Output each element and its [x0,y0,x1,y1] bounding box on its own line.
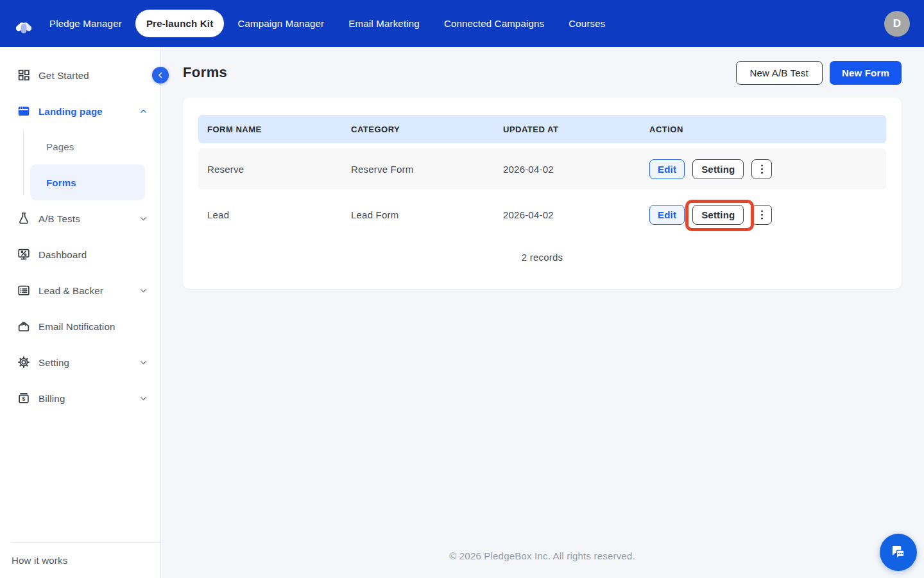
chat-widget-button[interactable] [880,534,917,571]
chevron-up-icon [139,107,148,116]
sidebar-item-label: Email Notification [38,321,115,332]
new-ab-test-button[interactable]: New A/B Test [736,61,823,85]
sidebar-item-email-notification[interactable]: Email Notification [0,308,160,344]
gear-icon [17,355,31,369]
chevron-down-icon [139,286,148,295]
sidebar-item-landing-page[interactable]: Landing page [0,93,160,129]
sidebar-item-label: Setting [38,357,69,368]
sidebar-item-billing[interactable]: $ Billing [0,380,160,416]
cell-updated-at: 2026-04-02 [494,164,640,175]
chevron-down-icon [139,358,148,367]
cell-category: Lead Form [342,209,494,220]
collapse-sidebar-button[interactable] [152,67,169,83]
sidebar-item-label: Get Started [38,70,89,81]
sidebar-item-pages[interactable]: Pages [0,129,160,164]
window-icon [17,104,31,118]
top-navigation: Pledge Manager Pre-launch Kit Campaign M… [0,0,924,47]
grid-icon [17,68,31,82]
cell-form-name: Reserve [198,164,342,175]
sidebar-subitem-label: Pages [46,141,74,152]
sidebar-item-label: A/B Tests [38,213,80,224]
chevron-down-icon [139,394,148,403]
cell-actions: Edit Setting [640,159,886,179]
reserve-row-edit-button[interactable]: Edit [649,159,685,179]
reserve-row-setting-button[interactable]: Setting [692,159,744,179]
page-title: Forms [183,64,227,81]
sidebar-item-lead-backer[interactable]: Lead & Backer [0,272,160,308]
nav-item-campaign-manager[interactable]: Campaign Manager [237,18,324,29]
sidebar-item-get-started[interactable]: Get Started [0,57,160,93]
page-header: Forms New A/B Test New Form [183,60,902,85]
copyright-footer: © 2026 PledgeBox Inc. All rights reserve… [183,550,902,578]
records-count: 2 records [198,252,886,263]
sidebar-item-setting[interactable]: Setting [0,344,160,380]
reserve-row-more-button[interactable] [751,159,772,179]
table-header-row: FORM NAME CATEGORY UPDATED AT ACTION [198,115,886,143]
user-avatar[interactable]: D [884,11,910,37]
kebab-menu-icon [760,164,764,174]
chat-bubbles-icon [888,542,909,563]
landing-page-submenu: Pages Forms [0,129,160,200]
flask-icon [17,211,31,225]
forms-table-card: FORM NAME CATEGORY UPDATED AT ACTION Res… [183,98,902,289]
table-row-lead: Lead Lead Form 2026-04-02 Edit Setting [198,194,886,235]
chevron-down-icon [139,215,148,223]
column-header-form-name: FORM NAME [198,125,342,134]
how-it-works-link[interactable]: How it works [12,555,67,566]
sidebar-subitem-label: Forms [46,177,76,188]
sidebar-item-dashboard[interactable]: Dashboard [0,236,160,272]
nav-item-pledge-manager[interactable]: Pledge Manager [49,18,122,29]
email-icon [17,319,31,333]
new-form-button[interactable]: New Form [830,61,902,85]
sidebar-item-forms[interactable]: Forms [30,164,145,200]
nav-item-connected-campaigns[interactable]: Connected Campaigns [444,18,544,29]
top-nav-items: Pledge Manager Pre-launch Kit Campaign M… [49,10,606,37]
sidebar: Get Started Landing page Pages [0,47,160,578]
nav-item-email-marketing[interactable]: Email Marketing [348,18,420,29]
chevron-left-icon [156,71,165,80]
sidebar-item-label: Dashboard [38,249,87,260]
lead-row-edit-button[interactable]: Edit [649,205,685,225]
nav-item-pre-launch-kit[interactable]: Pre-launch Kit [135,10,224,37]
dashboard-icon [17,247,31,261]
main-content: Forms New A/B Test New Form FORM NAME CA… [160,47,924,578]
sidebar-footer: How it works [12,542,160,578]
cell-form-name: Lead [198,209,342,220]
cell-actions: Edit Setting [640,205,886,225]
billing-icon: $ [17,391,31,405]
kebab-menu-icon [760,210,764,220]
cell-updated-at: 2026-04-02 [494,209,640,220]
nav-item-courses[interactable]: Courses [569,18,605,29]
column-header-updated-at: UPDATED AT [494,125,640,134]
sidebar-item-ab-tests[interactable]: A/B Tests [0,200,160,236]
app-window: Pledge Manager Pre-launch Kit Campaign M… [0,0,924,578]
column-header-category: CATEGORY [342,125,494,134]
pledgebox-logo-icon [10,10,37,37]
column-header-action: ACTION [640,125,886,134]
sidebar-item-label: Lead & Backer [38,285,103,296]
lead-row-setting-button[interactable]: Setting [692,205,744,225]
svg-text:$: $ [22,396,25,402]
header-actions: New A/B Test New Form [736,61,902,85]
list-icon [17,283,31,297]
sidebar-item-label: Billing [38,393,65,404]
table-row-reserve: Reserve Reserve Form 2026-04-02 Edit Set… [198,148,886,189]
lead-row-more-button[interactable] [751,205,772,225]
sidebar-item-label: Landing page [38,106,103,117]
cell-category: Reserve Form [342,164,494,175]
